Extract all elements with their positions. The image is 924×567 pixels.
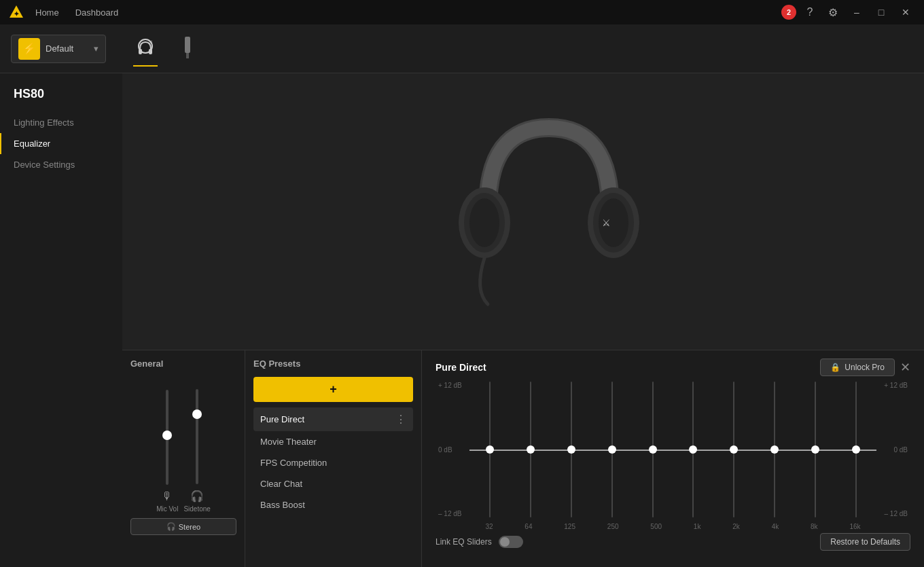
- preset-movie-theater[interactable]: Movie Theater: [253, 431, 413, 452]
- svg-text:≈: ≈: [149, 39, 153, 45]
- eq-slider-1[interactable]: [526, 382, 535, 517]
- svg-point-10: [469, 198, 499, 247]
- freq-8k: 8k: [811, 523, 818, 530]
- eq-graph-inner: [469, 382, 876, 517]
- mic-vol-thumb[interactable]: [162, 431, 172, 440]
- mic-icon: 🎙: [162, 490, 173, 502]
- sidetone-thumb[interactable]: [192, 409, 202, 419]
- eq-slider-2[interactable]: [567, 382, 576, 517]
- eq-footer: Link EQ Sliders Restore to Defaults: [436, 533, 910, 551]
- preset-clear-chat[interactable]: Clear Chat: [253, 473, 413, 494]
- eq-header-right: 🔒 Unlock Pro ✕: [820, 359, 910, 376]
- profile-icon: ⚡: [18, 38, 40, 60]
- mic-vol-slider-col: 🎙 Mic Vol: [156, 390, 178, 513]
- db-top-left: + 12 dB: [438, 382, 462, 389]
- preset-fps-competition[interactable]: FPS Competition: [253, 452, 413, 473]
- eq-thumb-1[interactable]: [527, 445, 535, 454]
- minimize-button[interactable]: –: [847, 3, 867, 22]
- lock-icon: 🔒: [830, 363, 840, 372]
- eq-thumb-2[interactable]: [567, 445, 575, 454]
- freq-64: 64: [525, 523, 532, 530]
- eq-header: Pure Direct 🔒 Unlock Pro ✕: [436, 359, 910, 376]
- sidetone-slider-col: 🎧 Sidetone: [183, 389, 210, 513]
- eq-graph: + 12 dB 0 dB – 12 dB + 12 dB 0 dB – 12 d…: [436, 382, 910, 517]
- eq-thumb-3[interactable]: [608, 445, 616, 454]
- svg-rect-7: [186, 53, 189, 58]
- center-content: ⚔ General 🎙 Mic Vol: [122, 73, 924, 567]
- device-headset-icon[interactable]: ≈: [133, 37, 158, 64]
- eq-slider-3[interactable]: [607, 382, 617, 517]
- device-bar: ⚡ Default ▾ ≈: [0, 24, 924, 73]
- svg-rect-6: [185, 37, 190, 53]
- eq-thumb-6[interactable]: [730, 445, 738, 454]
- close-button[interactable]: ✕: [895, 3, 916, 22]
- eq-thumb-5[interactable]: [689, 445, 697, 454]
- freq-2k: 2k: [732, 523, 740, 530]
- eq-freq-labels: 32 64 125 250 500 1k 2k 4k 8k 16k: [436, 523, 910, 530]
- nav-home[interactable]: Home: [30, 5, 65, 20]
- db-bottom-right: – 12 dB: [884, 510, 908, 517]
- preset-more-icon-0[interactable]: ⋮: [395, 413, 406, 426]
- eq-slider-7[interactable]: [770, 382, 779, 517]
- general-panel: General 🎙 Mic Vol: [122, 350, 245, 567]
- preset-label-2: FPS Competition: [260, 458, 327, 468]
- eq-thumb-9[interactable]: [852, 445, 860, 454]
- eq-panel: Pure Direct 🔒 Unlock Pro ✕ + 12 dB 0: [421, 350, 924, 567]
- eq-labels-right: + 12 dB 0 dB – 12 dB: [881, 382, 910, 517]
- preset-label-3: Clear Chat: [260, 479, 302, 489]
- preset-label-0: Pure Direct: [260, 414, 304, 424]
- add-preset-button[interactable]: +: [253, 377, 413, 402]
- device-title: HS80: [0, 87, 122, 112]
- eq-slider-0[interactable]: [485, 382, 495, 517]
- nav-equalizer[interactable]: Equalizer: [0, 133, 122, 154]
- settings-icon[interactable]: ⚙: [823, 3, 842, 22]
- eq-slider-5[interactable]: [688, 382, 698, 517]
- freq-500: 500: [650, 523, 662, 530]
- eq-thumb-8[interactable]: [811, 445, 819, 454]
- sidetone-icon: 🎧: [190, 490, 204, 502]
- preset-pure-direct[interactable]: Pure Direct ⋮: [253, 407, 413, 431]
- eq-labels-left: + 12 dB 0 dB – 12 dB: [436, 382, 465, 517]
- stereo-button[interactable]: 🎧 Stereo: [130, 518, 236, 535]
- eq-slider-9[interactable]: [851, 382, 861, 517]
- freq-125: 125: [564, 523, 575, 530]
- headset-image: ⚔: [420, 87, 678, 318]
- freq-250: 250: [607, 523, 619, 530]
- sliders-area: 🎙 Mic Vol 🎧 Sidetone: [130, 377, 236, 513]
- eq-presets-panel: EQ Presets + Pure Direct ⋮ Movie Theater…: [245, 350, 421, 567]
- profile-selector[interactable]: ⚡ Default ▾: [11, 35, 106, 63]
- stereo-icon: 🎧: [166, 522, 176, 531]
- eq-slider-8[interactable]: [811, 382, 820, 517]
- eq-thumb-0[interactable]: [486, 445, 494, 454]
- maximize-button[interactable]: □: [871, 3, 891, 22]
- notification-badge[interactable]: 2: [781, 5, 796, 20]
- nav-dashboard[interactable]: Dashboard: [70, 5, 124, 20]
- eq-title: Pure Direct: [436, 362, 486, 373]
- device-dongle-icon[interactable]: [179, 34, 196, 64]
- nav-device-settings[interactable]: Device Settings: [0, 154, 122, 175]
- nav-lighting-effects[interactable]: Lighting Effects: [0, 112, 122, 133]
- mic-vol-label: Mic Vol: [156, 505, 178, 513]
- general-title: General: [130, 359, 236, 369]
- freq-32: 32: [485, 523, 493, 530]
- bottom-panel: General 🎙 Mic Vol: [122, 350, 924, 567]
- close-eq-button[interactable]: ✕: [900, 360, 910, 375]
- preset-bass-boost[interactable]: Bass Boost: [253, 494, 413, 515]
- eq-thumb-4[interactable]: [649, 445, 657, 454]
- main-content: HS80 Lighting Effects Equalizer Device S…: [0, 73, 924, 567]
- link-eq-toggle[interactable]: [499, 536, 523, 548]
- stereo-label: Stereo: [179, 523, 200, 531]
- help-icon[interactable]: ?: [800, 3, 819, 22]
- eq-thumb-7[interactable]: [770, 445, 779, 454]
- freq-1k: 1k: [694, 523, 701, 530]
- eq-slider-4[interactable]: [648, 382, 658, 517]
- svg-rect-4: [149, 49, 152, 54]
- restore-defaults-button[interactable]: Restore to Defaults: [820, 533, 910, 551]
- mic-vol-track[interactable]: [166, 390, 168, 485]
- sidetone-track[interactable]: [196, 389, 198, 484]
- title-bar: ✦ Home Dashboard 2 ? ⚙ – □ ✕: [0, 0, 924, 24]
- sidebar: HS80 Lighting Effects Equalizer Device S…: [0, 73, 122, 567]
- unlock-pro-button[interactable]: 🔒 Unlock Pro: [820, 359, 895, 376]
- eq-slider-6[interactable]: [729, 382, 739, 517]
- preset-label-4: Bass Boost: [260, 500, 305, 510]
